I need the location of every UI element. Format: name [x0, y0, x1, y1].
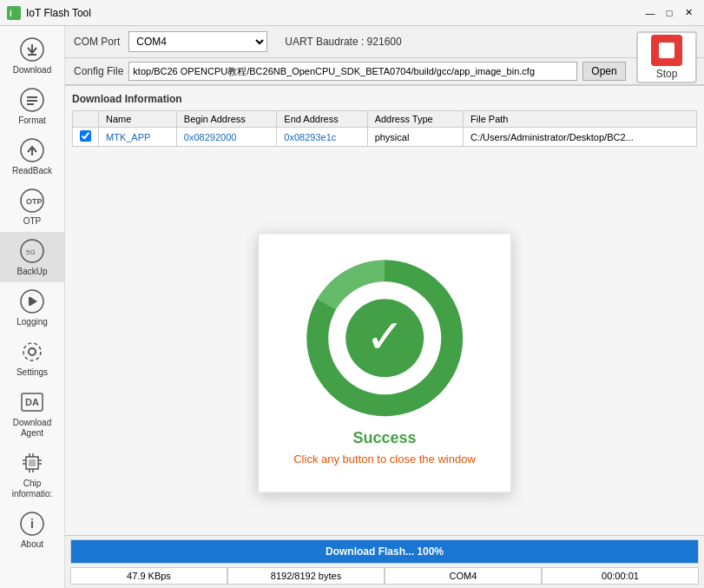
checkmark-icon: ✓	[365, 313, 405, 360]
svg-marker-17	[30, 297, 37, 306]
sidebar-label-chip-info: Chip informatio:	[3, 479, 61, 499]
sidebar-item-download[interactable]: Download	[0, 30, 64, 81]
success-check-circle: ✓	[345, 299, 424, 377]
controls-area: COM Port COM4 COM3 COM2 COM1 UART Baudra…	[65, 26, 704, 86]
svg-text:DA: DA	[25, 397, 39, 407]
download-info-panel: Download Information Name Begin Address …	[65, 86, 704, 535]
stop-label: Stop	[656, 68, 678, 80]
status-row: 47.9 KBps 8192/8192 bytes COM4 00:00:01	[65, 565, 704, 588]
status-port: COM4	[385, 567, 542, 585]
row-end: 0x08293e1c	[277, 128, 367, 147]
sidebar-item-logging[interactable]: Logging	[0, 282, 64, 333]
content-area: COM Port COM4 COM3 COM2 COM1 UART Baudra…	[65, 26, 704, 588]
otp-icon: OTP	[18, 187, 46, 215]
sidebar-label-download-agent: Download Agent	[3, 418, 61, 439]
col-begin: Begin Address	[176, 111, 277, 128]
com-port-label: COM Port	[74, 36, 120, 48]
sidebar-item-format[interactable]: Format	[0, 81, 64, 131]
sidebar-label-settings: Settings	[16, 367, 48, 378]
readback-icon	[18, 136, 46, 164]
success-circle-outer: ✓	[306, 260, 463, 416]
download-table: Name Begin Address End Address Address T…	[72, 110, 697, 147]
success-title: Success	[352, 429, 416, 447]
config-file-label: Config File	[74, 65, 123, 77]
sidebar-item-settings[interactable]: Settings	[0, 333, 64, 383]
chip-icon	[18, 449, 46, 477]
success-dialog[interactable]: ✓ Success Click any button to close the …	[258, 233, 511, 492]
status-time: 00:00:01	[542, 567, 699, 585]
sidebar-label-logging: Logging	[16, 317, 48, 327]
sidebar-label-about: About	[21, 539, 43, 550]
sidebar-item-otp[interactable]: OTP OTP	[0, 182, 64, 232]
row-name: MTK_APP	[99, 128, 177, 147]
svg-text:OTP: OTP	[26, 197, 43, 206]
stop-icon	[651, 35, 682, 66]
row-path: C:/Users/Administrator/Desktop/BC2...	[464, 128, 697, 147]
row-begin: 0x08292000	[176, 128, 277, 147]
top-controls: COM Port COM4 COM3 COM2 COM1 UART Baudra…	[65, 26, 704, 85]
close-button[interactable]: ✕	[680, 4, 697, 22]
sidebar-item-chip-info[interactable]: Chip informatio:	[0, 444, 64, 505]
svg-text:5G: 5G	[26, 248, 36, 256]
main-container: Download Format ReadBack	[0, 26, 704, 588]
status-speed: 47.9 KBps	[70, 567, 227, 585]
table-row: MTK_APP 0x08292000 0x08293e1c physical C…	[73, 128, 697, 147]
col-name: Name	[99, 111, 177, 128]
sidebar-item-readback[interactable]: ReadBack	[0, 131, 64, 182]
backup-icon: 5G	[18, 237, 46, 265]
row-type: physical	[367, 128, 463, 147]
title-bar: i IoT Flash Tool — □ ✕	[0, 0, 704, 26]
download-icon	[18, 36, 46, 63]
da-icon: DA	[18, 388, 46, 416]
svg-rect-8	[27, 103, 34, 105]
svg-rect-23	[29, 459, 36, 466]
svg-text:i: i	[10, 9, 12, 18]
sidebar-item-backup[interactable]: 5G BackUp	[0, 232, 64, 282]
com-port-select[interactable]: COM4 COM3 COM2 COM1	[128, 31, 267, 52]
status-bytes: 8192/8192 bytes	[227, 567, 385, 585]
format-icon	[18, 86, 46, 114]
about-icon: i	[18, 510, 46, 538]
stop-button-container: Stop	[636, 31, 697, 83]
window-controls: — □ ✕	[641, 4, 697, 22]
col-path: File Path	[464, 111, 697, 128]
baud-rate-label: UART Baudrate : 921600	[285, 36, 401, 48]
row-checkbox[interactable]	[80, 130, 91, 142]
success-subtitle: Click any button to close the window	[293, 453, 476, 466]
svg-point-18	[29, 348, 36, 355]
config-file-row: Config File Open	[65, 58, 704, 85]
svg-point-19	[23, 343, 41, 360]
maximize-button[interactable]: □	[661, 4, 678, 22]
minimize-button[interactable]: —	[641, 4, 659, 22]
svg-rect-7	[27, 100, 37, 102]
window-title: IoT Flash Tool	[26, 7, 641, 19]
sidebar-item-about[interactable]: i About	[0, 505, 64, 555]
svg-rect-16	[29, 297, 30, 306]
settings-icon	[18, 338, 46, 366]
sidebar-label-download: Download	[13, 65, 51, 76]
com-port-row: COM Port COM4 COM3 COM2 COM1 UART Baudra…	[65, 26, 704, 58]
sidebar-label-readback: ReadBack	[12, 166, 52, 176]
progress-label: Download Flash... 100%	[326, 545, 444, 558]
svg-rect-6	[27, 96, 37, 98]
row-checkbox-cell	[73, 128, 99, 147]
progress-bar-container: Download Flash... 100%	[70, 539, 699, 564]
stop-square	[659, 43, 674, 58]
sidebar-label-otp: OTP	[23, 216, 42, 227]
bottom-bar: Download Flash... 100% 47.9 KBps 8192/81…	[65, 535, 704, 588]
sidebar-label-backup: BackUp	[16, 267, 47, 277]
config-file-input[interactable]	[128, 62, 577, 81]
open-button[interactable]: Open	[582, 62, 626, 81]
col-check	[73, 111, 99, 128]
success-circle-inner: ✓	[328, 281, 441, 394]
col-end: End Address	[277, 111, 367, 128]
col-type: Address Type	[367, 111, 463, 128]
sidebar: Download Format ReadBack	[0, 26, 65, 588]
sidebar-item-download-agent[interactable]: DA Download Agent	[0, 383, 64, 444]
svg-text:i: i	[30, 517, 34, 531]
download-info-title: Download Information	[72, 93, 697, 105]
app-icon: i	[7, 6, 21, 20]
sidebar-label-format: Format	[18, 116, 46, 126]
stop-button[interactable]: Stop	[636, 31, 697, 83]
logging-icon	[18, 287, 46, 315]
